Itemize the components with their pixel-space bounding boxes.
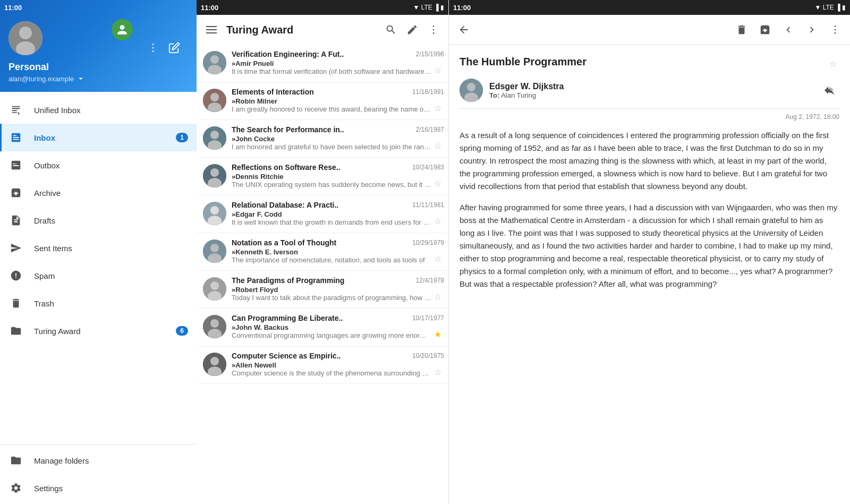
email-preview: The importance of nomenclature, notation… bbox=[232, 256, 431, 264]
panel2-status-bar: 11:00 ▼ LTE ▐ ▮ bbox=[197, 0, 448, 15]
detail-status-bar: 11:00 ▼ LTE ▐ ▮ bbox=[449, 0, 850, 15]
star-button[interactable]: ★ bbox=[431, 328, 444, 340]
dropdown-icon[interactable] bbox=[76, 74, 86, 83]
email-subject: Can Programming Be Liberate.. bbox=[232, 314, 408, 322]
list-item[interactable]: The Search for Performance in.. 2/16/198… bbox=[197, 120, 448, 158]
more-detail-button[interactable] bbox=[824, 19, 846, 40]
svg-point-0 bbox=[152, 44, 154, 45]
sidebar-item-trash[interactable]: Trash bbox=[0, 289, 197, 317]
archive-label: Archive bbox=[34, 189, 188, 198]
sidebar-item-settings[interactable]: Settings bbox=[0, 474, 197, 502]
folder-title: Turing Award bbox=[222, 24, 380, 36]
list-item[interactable]: Can Programming Be Liberate.. 10/17/1977… bbox=[197, 309, 448, 346]
detail-toolbar bbox=[449, 15, 850, 45]
email-subject: Computer Science as Empiric.. bbox=[232, 352, 408, 360]
email-preview: It is well known that the growth in dema… bbox=[232, 218, 431, 226]
email-preview: It is time that formal verification (of … bbox=[232, 67, 431, 75]
inbox-icon bbox=[8, 130, 23, 145]
sidebar-item-unified-inbox[interactable]: Unified Inbox bbox=[0, 96, 197, 124]
avatar bbox=[203, 315, 226, 338]
more-options-list-button[interactable] bbox=[423, 19, 444, 40]
email-sender: »Allen Newell bbox=[232, 361, 431, 369]
search-button[interactable] bbox=[380, 19, 402, 40]
more-icon bbox=[147, 42, 159, 54]
sent-icon bbox=[8, 241, 23, 255]
list-item[interactable]: Relational Database: A Practi.. 11/11/19… bbox=[197, 195, 448, 233]
list-item[interactable]: Computer Science as Empiric.. 10/20/1975… bbox=[197, 346, 448, 384]
email-content: Computer Science as Empiric.. 10/20/1975… bbox=[232, 352, 444, 378]
next-email-button[interactable] bbox=[801, 19, 822, 40]
svg-point-25 bbox=[210, 244, 219, 252]
avatar-image bbox=[203, 126, 226, 150]
sidebar-item-manage-folders[interactable]: Manage folders bbox=[0, 447, 197, 474]
hamburger-menu-button[interactable] bbox=[201, 19, 222, 40]
email-text-col: »Robin Milner I am greatly honored to re… bbox=[232, 97, 431, 113]
delete-button[interactable] bbox=[731, 19, 752, 40]
profile-avatar[interactable] bbox=[8, 21, 42, 55]
sidebar-item-archive[interactable]: Archive bbox=[0, 179, 197, 207]
body-paragraph-2: After having programmed for some three y… bbox=[460, 201, 839, 291]
detail-time: 11:00 bbox=[453, 4, 471, 12]
star-button[interactable]: ☆ bbox=[431, 365, 444, 378]
email-date: 10/20/1975 bbox=[412, 352, 444, 360]
email-text-col: »Allen Newell Computer science is the st… bbox=[232, 361, 431, 377]
svg-point-7 bbox=[433, 29, 435, 31]
turing-award-badge: 6 bbox=[176, 326, 188, 336]
prev-email-button[interactable] bbox=[778, 19, 799, 40]
back-icon bbox=[458, 24, 470, 36]
email-meta-row: »Kenneth E. Iverson The importance of no… bbox=[232, 248, 444, 265]
account-switcher-button[interactable] bbox=[112, 19, 133, 40]
sidebar-item-sent[interactable]: Sent Items bbox=[0, 234, 197, 262]
email-text-col: »Dennis Ritchie The UNIX operating syste… bbox=[232, 173, 431, 189]
avatar bbox=[203, 240, 226, 263]
email-content: Reflections on Software Rese.. 10/24/198… bbox=[232, 163, 444, 190]
email-sender: »Robert Floyd bbox=[232, 286, 431, 294]
email-preview: Today I want to talk about the paradigms… bbox=[232, 294, 431, 302]
email-top-row: Reflections on Software Rese.. 10/24/198… bbox=[232, 163, 444, 172]
next-icon bbox=[806, 24, 818, 36]
list-item[interactable]: Reflections on Software Rese.. 10/24/198… bbox=[197, 158, 448, 195]
email-detail-panel: 11:00 ▼ LTE ▐ ▮ bbox=[449, 0, 850, 504]
email-date: 10/29/1979 bbox=[412, 239, 444, 246]
sidebar-item-drafts[interactable]: Drafts bbox=[0, 207, 197, 234]
email-date-display: Aug 2, 1972, 18:00 bbox=[460, 113, 839, 121]
star-button[interactable]: ☆ bbox=[431, 215, 444, 227]
star-button[interactable]: ☆ bbox=[431, 139, 444, 152]
back-button[interactable] bbox=[453, 19, 474, 40]
compose-button-list[interactable] bbox=[402, 19, 423, 40]
list-item[interactable]: The Paradigms of Programming 12/4/1978 »… bbox=[197, 271, 448, 309]
star-button[interactable]: ☆ bbox=[431, 177, 444, 190]
svg-point-36 bbox=[835, 25, 836, 27]
more-options-button[interactable] bbox=[143, 38, 163, 57]
avatar-image bbox=[203, 277, 226, 301]
list-item[interactable]: Notation as a Tool of Thought 10/29/1979… bbox=[197, 233, 448, 271]
star-button[interactable]: ☆ bbox=[431, 290, 444, 303]
email-list-toolbar: Turing Award bbox=[197, 15, 448, 45]
email-text-col: »John W. Backus Conventional programming… bbox=[232, 323, 431, 339]
svg-point-10 bbox=[210, 55, 219, 64]
email-content: The Search for Performance in.. 2/16/198… bbox=[232, 125, 444, 152]
sidebar-item-inbox[interactable]: Inbox 1 bbox=[0, 124, 197, 151]
list-item[interactable]: Verification Engineering: A Fut.. 2/15/1… bbox=[197, 45, 448, 82]
panel2-time: 11:00 bbox=[201, 4, 218, 12]
star-button[interactable]: ☆ bbox=[431, 101, 444, 114]
svg-point-37 bbox=[835, 29, 836, 30]
star-button[interactable]: ☆ bbox=[431, 64, 444, 76]
sidebar-item-spam[interactable]: Spam bbox=[0, 262, 197, 289]
detail-star-button[interactable]: ☆ bbox=[827, 57, 839, 70]
sidebar-item-outbox[interactable]: Outbox bbox=[0, 151, 197, 179]
list-item[interactable]: Elements of Interaction 11/18/1991 »Robi… bbox=[197, 82, 448, 120]
email-text-col: »Robert Floyd Today I want to talk about… bbox=[232, 286, 431, 302]
star-button[interactable]: ☆ bbox=[431, 252, 444, 265]
svg-point-4 bbox=[19, 27, 32, 39]
archive-button[interactable] bbox=[754, 19, 776, 40]
sidebar-item-turing-award[interactable]: Turing Award 6 bbox=[0, 317, 197, 345]
email-sender: »John W. Backus bbox=[232, 323, 431, 331]
avatar-image bbox=[203, 315, 226, 338]
reply-all-button[interactable] bbox=[822, 82, 839, 99]
avatar-image bbox=[8, 21, 42, 55]
sender-avatar-image bbox=[460, 79, 483, 102]
email-top-row: Can Programming Be Liberate.. 10/17/1977 bbox=[232, 314, 444, 322]
email-sender: »Dennis Ritchie bbox=[232, 173, 431, 181]
compose-button[interactable] bbox=[165, 38, 184, 57]
